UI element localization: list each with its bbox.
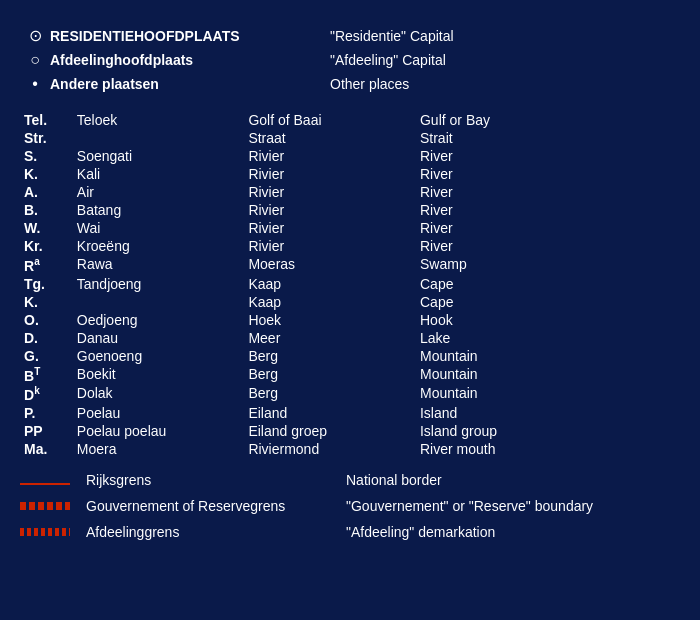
line-sample — [20, 502, 70, 510]
middle-cell: Moeras — [244, 255, 416, 275]
symbol-row: ○ Afdeelinghoofdplaats "Afdeeling" Capit… — [20, 51, 680, 69]
line-dutch: Rijksgrens — [86, 472, 346, 488]
table-row: Kr. Kroeëng Rivier River — [20, 237, 680, 255]
table-row: A. Air Rivier River — [20, 183, 680, 201]
middle-cell: Berg — [244, 384, 416, 404]
abbr-cell: Tg. — [20, 275, 73, 293]
afd-line-sample — [20, 528, 70, 536]
english-cell: Cape — [416, 293, 680, 311]
table-row: K. Kaap Cape — [20, 293, 680, 311]
middle-cell: Meer — [244, 329, 416, 347]
symbol-english: "Residentie" Capital — [330, 28, 680, 44]
line-sample — [20, 528, 70, 536]
dutch-cell: Moera — [73, 440, 245, 458]
abbr-cell: Tel. — [20, 111, 73, 129]
table-row: Tg. Tandjoeng Kaap Cape — [20, 275, 680, 293]
english-cell: Cape — [416, 275, 680, 293]
table-row: B. Batang Rivier River — [20, 201, 680, 219]
table-row: P. Poelau Eiland Island — [20, 404, 680, 422]
abbr-cell: K. — [20, 165, 73, 183]
middle-cell: Rivier — [244, 201, 416, 219]
dutch-cell: Tandjoeng — [73, 275, 245, 293]
abbr-cell: B. — [20, 201, 73, 219]
table-row: PP Poelau poelau Eiland groep Island gro… — [20, 422, 680, 440]
dutch-cell: Boekit — [73, 365, 245, 385]
abbr-cell: S. — [20, 147, 73, 165]
english-cell: Hook — [416, 311, 680, 329]
line-english: National border — [346, 472, 442, 488]
middle-cell: Berg — [244, 365, 416, 385]
english-cell: River — [416, 165, 680, 183]
line-dutch: Gouvernement of Reservegrens — [86, 498, 346, 514]
abbr-cell: A. — [20, 183, 73, 201]
symbol-icon: ⊙ — [20, 26, 50, 45]
border-line-sample — [20, 483, 70, 485]
symbol-icon: • — [20, 75, 50, 93]
table-row: BT Boekit Berg Mountain — [20, 365, 680, 385]
line-english: "Afdeeling" demarkation — [346, 524, 495, 540]
english-cell: River — [416, 201, 680, 219]
abbr-cell: BT — [20, 365, 73, 385]
english-cell: River — [416, 219, 680, 237]
dutch-cell: Kali — [73, 165, 245, 183]
abbr-cell: P. — [20, 404, 73, 422]
english-cell: Lake — [416, 329, 680, 347]
dutch-cell: Rawa — [73, 255, 245, 275]
abbr-cell: W. — [20, 219, 73, 237]
table-row: Tel. Teloek Golf of Baai Gulf or Bay — [20, 111, 680, 129]
abbr-cell: Ra — [20, 255, 73, 275]
abbr-cell: G. — [20, 347, 73, 365]
table-row: Dk Dolak Berg Mountain — [20, 384, 680, 404]
abbr-cell: PP — [20, 422, 73, 440]
dutch-cell: Poelau poelau — [73, 422, 245, 440]
table-row: Ma. Moera Riviermond River mouth — [20, 440, 680, 458]
dutch-cell: Oedjoeng — [73, 311, 245, 329]
table-row: W. Wai Rivier River — [20, 219, 680, 237]
middle-cell: Rivier — [244, 147, 416, 165]
middle-cell: Golf of Baai — [244, 111, 416, 129]
english-cell: River — [416, 183, 680, 201]
symbol-dutch: RESIDENTIEHOOFDPLAATS — [50, 28, 330, 44]
dutch-cell: Dolak — [73, 384, 245, 404]
symbol-dutch: Andere plaatsen — [50, 76, 330, 92]
dutch-cell: Poelau — [73, 404, 245, 422]
symbol-english: Other places — [330, 76, 680, 92]
dutch-cell: Teloek — [73, 111, 245, 129]
middle-cell: Riviermond — [244, 440, 416, 458]
middle-cell: Berg — [244, 347, 416, 365]
english-cell: Mountain — [416, 365, 680, 385]
middle-cell: Rivier — [244, 219, 416, 237]
gouv-line-sample — [20, 502, 70, 510]
dutch-cell: Kroeëng — [73, 237, 245, 255]
dutch-cell: Goenoeng — [73, 347, 245, 365]
middle-cell: Eiland groep — [244, 422, 416, 440]
dutch-cell: Soengati — [73, 147, 245, 165]
dutch-cell: Batang — [73, 201, 245, 219]
symbol-english: "Afdeeling" Capital — [330, 52, 680, 68]
middle-cell: Kaap — [244, 275, 416, 293]
abbr-cell: Kr. — [20, 237, 73, 255]
middle-cell: Eiland — [244, 404, 416, 422]
abbr-cell: D. — [20, 329, 73, 347]
abbr-cell: Dk — [20, 384, 73, 404]
table-row: O. Oedjoeng Hoek Hook — [20, 311, 680, 329]
line-row: Afdeelinggrens "Afdeeling" demarkation — [20, 524, 680, 540]
line-sample — [20, 475, 70, 485]
middle-cell: Rivier — [244, 183, 416, 201]
middle-cell: Kaap — [244, 293, 416, 311]
abbr-cell: O. — [20, 311, 73, 329]
symbol-dutch: Afdeelinghoofdplaats — [50, 52, 330, 68]
dutch-cell — [73, 129, 245, 147]
symbols-section: ⊙ RESIDENTIEHOOFDPLAATS "Residentie" Cap… — [20, 26, 680, 93]
english-cell: Island group — [416, 422, 680, 440]
english-cell: Mountain — [416, 384, 680, 404]
table-row: Ra Rawa Moeras Swamp — [20, 255, 680, 275]
english-cell: Gulf or Bay — [416, 111, 680, 129]
english-cell: Island — [416, 404, 680, 422]
line-row: Rijksgrens National border — [20, 472, 680, 488]
english-cell: Swamp — [416, 255, 680, 275]
abbr-cell: Str. — [20, 129, 73, 147]
line-row: Gouvernement of Reservegrens "Gouverneme… — [20, 498, 680, 514]
middle-cell: Hoek — [244, 311, 416, 329]
table-row: K. Kali Rivier River — [20, 165, 680, 183]
